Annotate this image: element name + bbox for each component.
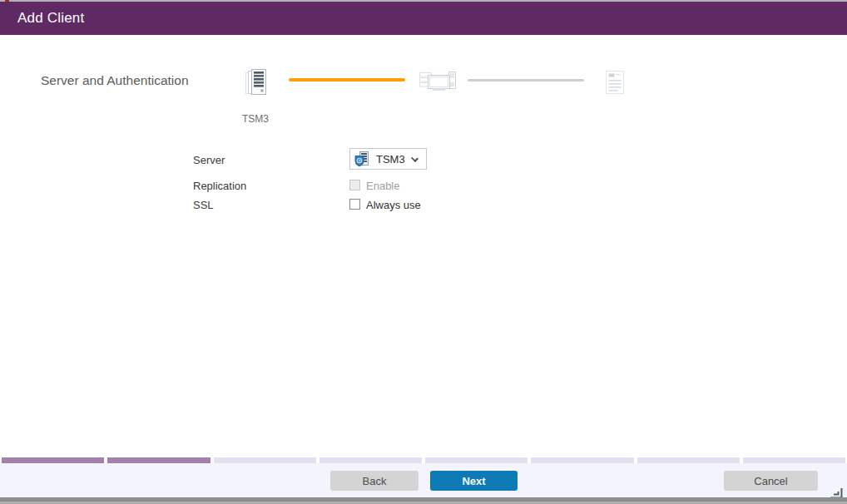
server-icon: [245, 69, 267, 99]
replication-enable-checkbox: [349, 180, 360, 190]
ssl-field-label: SSL: [193, 199, 214, 211]
server-shield-icon: [354, 151, 369, 167]
replication-field-label: Replication: [193, 180, 246, 192]
replication-enable-label: Enable: [366, 180, 399, 192]
client-devices-icon: [419, 71, 457, 96]
progress-segment: [319, 457, 422, 463]
progress-segment: [531, 457, 633, 463]
wizard-connector-done: [289, 78, 405, 82]
dialog-titlebar: Add Client: [0, 2, 847, 35]
add-client-dialog: Add Client Server and Authentication: [0, 0, 847, 504]
progress-segment: [214, 457, 316, 463]
server-select-value: TSM3: [376, 153, 405, 166]
server-select[interactable]: TSM3: [349, 148, 427, 170]
wizard-current-step-label: TSM3: [232, 113, 279, 125]
progress-segment: [107, 457, 210, 463]
progress-segment: [743, 457, 845, 463]
server-field-label: Server: [193, 154, 225, 166]
next-button[interactable]: Next: [430, 471, 518, 491]
ssl-always-use-label: Always use: [366, 199, 421, 211]
wizard-step-heading: Server and Authentication: [41, 73, 189, 88]
wizard-connector-todo: [468, 79, 584, 82]
dialog-footer: Back Next Cancel: [0, 463, 847, 497]
wizard-progress-strip: [0, 457, 847, 463]
summary-document-icon: [606, 71, 624, 97]
progress-segment: [425, 457, 528, 463]
ssl-always-use-checkbox[interactable]: [349, 199, 360, 210]
back-button[interactable]: Back: [330, 471, 419, 491]
progress-segment: [2, 457, 104, 463]
cancel-button[interactable]: Cancel: [724, 471, 818, 491]
progress-segment: [637, 457, 740, 463]
dialog-title: Add Client: [17, 10, 84, 27]
chevron-down-icon: [411, 155, 419, 162]
